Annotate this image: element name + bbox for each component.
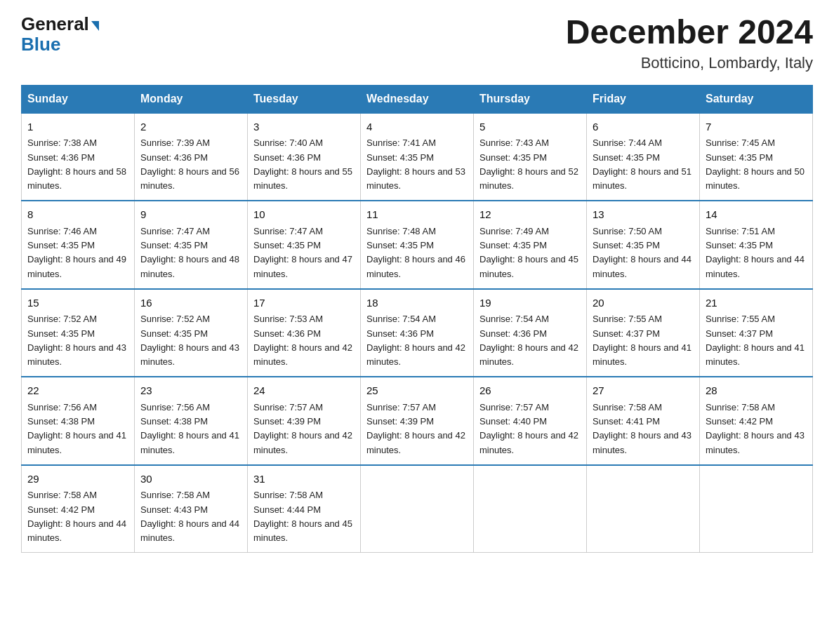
day-cell: 31Sunrise: 7:58 AMSunset: 4:44 PMDayligh…	[248, 465, 361, 553]
day-number: 1	[27, 119, 128, 135]
day-number: 18	[366, 295, 468, 311]
day-number: 31	[253, 471, 355, 488]
day-number: 24	[253, 383, 355, 399]
day-cell	[474, 465, 587, 553]
day-info: Sunrise: 7:55 AMSunset: 4:37 PMDaylight:…	[706, 314, 805, 367]
day-number: 13	[593, 207, 694, 223]
logo-blue-text: Blue	[21, 34, 60, 55]
day-info: Sunrise: 7:58 AMSunset: 4:41 PMDaylight:…	[593, 402, 691, 455]
day-number: 29	[27, 471, 128, 488]
header-tuesday: Tuesday	[248, 85, 361, 113]
logo-general-text: General	[21, 14, 89, 34]
day-cell: 6Sunrise: 7:44 AMSunset: 4:35 PMDaylight…	[587, 113, 700, 201]
day-info: Sunrise: 7:58 AMSunset: 4:43 PMDaylight:…	[140, 490, 239, 543]
day-cell: 22Sunrise: 7:56 AMSunset: 4:38 PMDayligh…	[22, 377, 135, 465]
day-number: 16	[140, 295, 241, 311]
header-wednesday: Wednesday	[361, 85, 474, 113]
day-number: 2	[140, 119, 241, 135]
day-cell: 20Sunrise: 7:55 AMSunset: 4:37 PMDayligh…	[587, 289, 700, 377]
day-cell: 25Sunrise: 7:57 AMSunset: 4:39 PMDayligh…	[361, 377, 474, 465]
day-cell: 14Sunrise: 7:51 AMSunset: 4:35 PMDayligh…	[700, 201, 813, 289]
day-number: 28	[706, 383, 807, 399]
day-cell: 10Sunrise: 7:47 AMSunset: 4:35 PMDayligh…	[248, 201, 361, 289]
day-info: Sunrise: 7:55 AMSunset: 4:37 PMDaylight:…	[593, 314, 691, 367]
day-cell: 11Sunrise: 7:48 AMSunset: 4:35 PMDayligh…	[361, 201, 474, 289]
day-number: 14	[706, 207, 807, 223]
header-thursday: Thursday	[474, 85, 587, 113]
day-info: Sunrise: 7:44 AMSunset: 4:35 PMDaylight:…	[593, 137, 691, 191]
week-row-1: 1Sunrise: 7:38 AMSunset: 4:36 PMDaylight…	[22, 113, 813, 201]
day-cell: 24Sunrise: 7:57 AMSunset: 4:39 PMDayligh…	[248, 377, 361, 465]
day-info: Sunrise: 7:52 AMSunset: 4:35 PMDaylight:…	[140, 314, 239, 367]
week-row-2: 8Sunrise: 7:46 AMSunset: 4:35 PMDaylight…	[22, 201, 813, 289]
day-cell: 29Sunrise: 7:58 AMSunset: 4:42 PMDayligh…	[22, 465, 135, 553]
day-info: Sunrise: 7:43 AMSunset: 4:35 PMDaylight:…	[479, 137, 578, 191]
day-info: Sunrise: 7:51 AMSunset: 4:35 PMDaylight:…	[706, 226, 805, 279]
day-cell	[700, 465, 813, 553]
day-cell: 17Sunrise: 7:53 AMSunset: 4:36 PMDayligh…	[248, 289, 361, 377]
day-info: Sunrise: 7:58 AMSunset: 4:44 PMDaylight:…	[253, 490, 352, 543]
day-info: Sunrise: 7:58 AMSunset: 4:42 PMDaylight:…	[27, 490, 126, 543]
calendar-header-row: SundayMondayTuesdayWednesdayThursdayFrid…	[22, 85, 813, 113]
day-number: 25	[366, 383, 468, 399]
day-number: 27	[593, 383, 694, 399]
header-monday: Monday	[135, 85, 248, 113]
day-cell: 12Sunrise: 7:49 AMSunset: 4:35 PMDayligh…	[474, 201, 587, 289]
day-info: Sunrise: 7:58 AMSunset: 4:42 PMDaylight:…	[706, 402, 805, 455]
day-cell: 8Sunrise: 7:46 AMSunset: 4:35 PMDaylight…	[22, 201, 135, 289]
day-info: Sunrise: 7:57 AMSunset: 4:39 PMDaylight:…	[366, 402, 465, 455]
header-saturday: Saturday	[700, 85, 813, 113]
day-number: 3	[253, 119, 355, 135]
day-cell	[587, 465, 700, 553]
day-number: 5	[479, 119, 581, 135]
day-cell: 2Sunrise: 7:39 AMSunset: 4:36 PMDaylight…	[135, 113, 248, 201]
day-info: Sunrise: 7:56 AMSunset: 4:38 PMDaylight:…	[27, 402, 126, 455]
day-cell: 16Sunrise: 7:52 AMSunset: 4:35 PMDayligh…	[135, 289, 248, 377]
day-number: 30	[140, 471, 241, 488]
week-row-5: 29Sunrise: 7:58 AMSunset: 4:42 PMDayligh…	[22, 465, 813, 553]
day-number: 21	[706, 295, 807, 311]
day-cell: 28Sunrise: 7:58 AMSunset: 4:42 PMDayligh…	[700, 377, 813, 465]
day-number: 10	[253, 207, 355, 223]
day-cell: 26Sunrise: 7:57 AMSunset: 4:40 PMDayligh…	[474, 377, 587, 465]
day-number: 7	[706, 119, 807, 135]
day-info: Sunrise: 7:54 AMSunset: 4:36 PMDaylight:…	[479, 314, 578, 367]
week-row-4: 22Sunrise: 7:56 AMSunset: 4:38 PMDayligh…	[22, 377, 813, 465]
day-cell: 23Sunrise: 7:56 AMSunset: 4:38 PMDayligh…	[135, 377, 248, 465]
day-info: Sunrise: 7:56 AMSunset: 4:38 PMDaylight:…	[140, 402, 239, 455]
day-cell: 3Sunrise: 7:40 AMSunset: 4:36 PMDaylight…	[248, 113, 361, 201]
day-cell	[361, 465, 474, 553]
day-number: 17	[253, 295, 355, 311]
day-cell: 30Sunrise: 7:58 AMSunset: 4:43 PMDayligh…	[135, 465, 248, 553]
day-info: Sunrise: 7:54 AMSunset: 4:36 PMDaylight:…	[366, 314, 465, 367]
day-number: 11	[366, 207, 468, 223]
day-cell: 4Sunrise: 7:41 AMSunset: 4:35 PMDaylight…	[361, 113, 474, 201]
day-info: Sunrise: 7:53 AMSunset: 4:36 PMDaylight:…	[253, 314, 352, 367]
day-cell: 27Sunrise: 7:58 AMSunset: 4:41 PMDayligh…	[587, 377, 700, 465]
day-info: Sunrise: 7:46 AMSunset: 4:35 PMDaylight:…	[27, 226, 126, 279]
day-info: Sunrise: 7:38 AMSunset: 4:36 PMDaylight:…	[27, 137, 126, 191]
page-header: General Blue December 2024 Botticino, Lo…	[21, 14, 813, 72]
day-info: Sunrise: 7:49 AMSunset: 4:35 PMDaylight:…	[479, 226, 578, 279]
day-cell: 21Sunrise: 7:55 AMSunset: 4:37 PMDayligh…	[700, 289, 813, 377]
month-title: December 2024	[566, 14, 813, 51]
day-info: Sunrise: 7:39 AMSunset: 4:36 PMDaylight:…	[140, 137, 239, 191]
day-cell: 15Sunrise: 7:52 AMSunset: 4:35 PMDayligh…	[22, 289, 135, 377]
day-number: 6	[593, 119, 694, 135]
day-info: Sunrise: 7:50 AMSunset: 4:35 PMDaylight:…	[593, 226, 691, 279]
day-info: Sunrise: 7:45 AMSunset: 4:35 PMDaylight:…	[706, 137, 805, 191]
logo-arrow-icon	[91, 21, 99, 31]
day-info: Sunrise: 7:47 AMSunset: 4:35 PMDaylight:…	[140, 226, 239, 279]
day-cell: 1Sunrise: 7:38 AMSunset: 4:36 PMDaylight…	[22, 113, 135, 201]
week-row-3: 15Sunrise: 7:52 AMSunset: 4:35 PMDayligh…	[22, 289, 813, 377]
day-cell: 13Sunrise: 7:50 AMSunset: 4:35 PMDayligh…	[587, 201, 700, 289]
location-subtitle: Botticino, Lombardy, Italy	[566, 54, 813, 72]
day-info: Sunrise: 7:40 AMSunset: 4:36 PMDaylight:…	[253, 137, 352, 191]
day-number: 8	[27, 207, 128, 223]
day-number: 4	[366, 119, 468, 135]
day-number: 19	[479, 295, 581, 311]
day-info: Sunrise: 7:48 AMSunset: 4:35 PMDaylight:…	[366, 226, 465, 279]
day-number: 20	[593, 295, 694, 311]
day-cell: 9Sunrise: 7:47 AMSunset: 4:35 PMDaylight…	[135, 201, 248, 289]
day-info: Sunrise: 7:47 AMSunset: 4:35 PMDaylight:…	[253, 226, 352, 279]
